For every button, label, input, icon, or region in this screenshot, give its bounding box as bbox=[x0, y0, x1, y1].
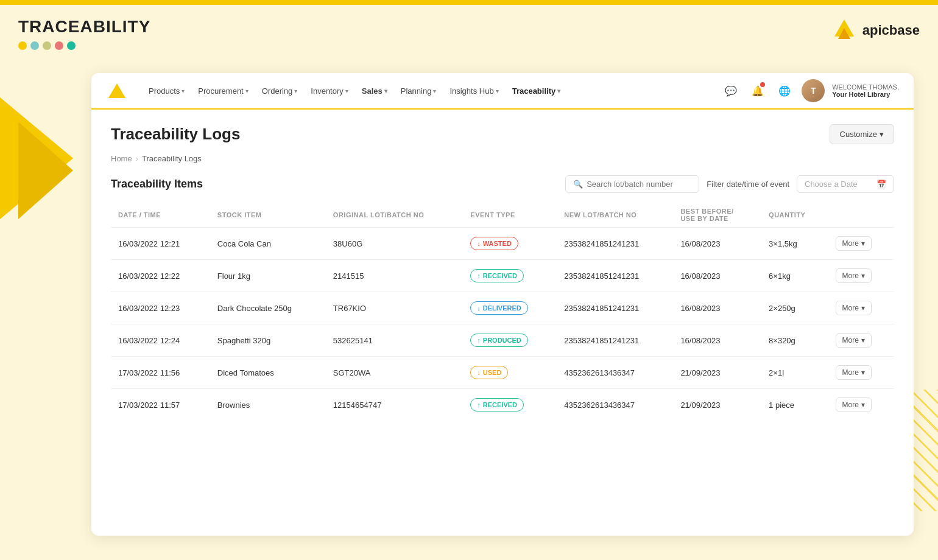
more-button[interactable]: More ▾ bbox=[836, 397, 872, 412]
sidebar-item-traceability[interactable]: Traceability ▾ bbox=[506, 83, 567, 99]
chat-button[interactable]: 💬 bbox=[721, 81, 741, 100]
avatar-image: T bbox=[802, 79, 825, 102]
chevron-down-icon: ▾ bbox=[861, 304, 865, 312]
more-button[interactable]: More ▾ bbox=[836, 333, 872, 348]
welcome-suffix: Your Hotel Library bbox=[832, 91, 899, 98]
nav-actions: 💬 🔔 🌐 T WELCOME THOMAS, Your Hotel Libra… bbox=[721, 79, 899, 102]
cell-original-lot: 12154654747 bbox=[326, 389, 463, 421]
date-placeholder-text: Choose a Date bbox=[805, 180, 873, 189]
cell-best-before: 16/08/2023 bbox=[673, 292, 761, 324]
cell-best-before: 16/08/2023 bbox=[673, 260, 761, 292]
table-row: 16/03/2022 12:21 Coca Cola Can 38U60G ↓ … bbox=[111, 228, 894, 260]
cell-new-lot: 4352362613436347 bbox=[557, 389, 673, 421]
cell-quantity: 2×1l bbox=[761, 357, 828, 389]
navbar: Products ▾ Procurement ▾ Ordering ▾ Inve… bbox=[91, 73, 914, 110]
more-button[interactable]: More ▾ bbox=[836, 236, 872, 251]
chevron-down-icon: ▾ bbox=[182, 88, 185, 94]
cell-original-lot: TR67KIO bbox=[326, 292, 463, 324]
sidebar-item-products[interactable]: Products ▾ bbox=[143, 83, 191, 99]
more-button[interactable]: More ▾ bbox=[836, 268, 872, 283]
status-badge: ↑ RECEIVED bbox=[470, 269, 524, 282]
customize-button[interactable]: Customize ▾ bbox=[830, 124, 894, 144]
filter-label: Filter date/time of event bbox=[707, 180, 789, 189]
date-filter[interactable]: Choose a Date 📅 bbox=[797, 175, 894, 193]
settings-button[interactable]: 🌐 bbox=[775, 81, 794, 100]
event-arrow-icon: ↓ bbox=[477, 240, 481, 247]
chevron-down-icon: ▾ bbox=[384, 88, 387, 94]
search-input[interactable] bbox=[587, 180, 691, 189]
sidebar-item-insights-hub[interactable]: Insights Hub ▾ bbox=[443, 83, 504, 99]
event-arrow-icon: ↓ bbox=[477, 369, 481, 376]
table-header: DATE / TIME STOCK ITEM ORIGINAL LOT/BATC… bbox=[111, 203, 894, 228]
main-card: Products ▾ Procurement ▾ Ordering ▾ Inve… bbox=[91, 73, 914, 536]
cell-new-lot: 4352362613436347 bbox=[557, 357, 673, 389]
status-badge: ↓ DELIVERED bbox=[470, 301, 527, 315]
chevron-down-icon: ▾ bbox=[861, 239, 865, 248]
event-arrow-icon: ↑ bbox=[477, 337, 481, 344]
cell-more: More ▾ bbox=[828, 228, 894, 260]
chevron-down-icon: ▾ bbox=[345, 88, 348, 94]
sidebar-item-ordering[interactable]: Ordering ▾ bbox=[256, 83, 304, 99]
table-row: 17/03/2022 11:57 Brownies 12154654747 ↑ … bbox=[111, 389, 894, 421]
nav-logo[interactable] bbox=[106, 80, 128, 102]
more-button[interactable]: More ▾ bbox=[836, 365, 872, 380]
chevron-down-icon: ▾ bbox=[861, 368, 865, 377]
cell-event-type: ↓ WASTED bbox=[463, 228, 557, 260]
cell-event-type: ↓ DELIVERED bbox=[463, 292, 557, 324]
status-badge: ↑ PRODUCED bbox=[470, 334, 527, 347]
nav-links: Products ▾ Procurement ▾ Ordering ▾ Inve… bbox=[143, 83, 721, 99]
cell-datetime: 16/03/2022 12:23 bbox=[111, 292, 210, 324]
cell-more: More ▾ bbox=[828, 292, 894, 324]
dot-teal bbox=[30, 41, 39, 50]
chevron-down-icon: ▾ bbox=[245, 88, 249, 94]
cell-stock-item: Brownies bbox=[210, 389, 326, 421]
nav-logo-icon bbox=[108, 83, 125, 98]
page-header: Traceability Logs Customize ▾ bbox=[91, 110, 914, 154]
cell-best-before: 16/08/2023 bbox=[673, 228, 761, 260]
dot-green bbox=[67, 41, 76, 50]
cell-event-type: ↓ USED bbox=[463, 357, 557, 389]
table-title: Traceability Items bbox=[111, 178, 203, 191]
cell-original-lot: 2141515 bbox=[326, 260, 463, 292]
chevron-down-icon: ▾ bbox=[557, 88, 560, 94]
chevron-down-icon: ▾ bbox=[880, 130, 884, 139]
app-title: TRACEABILITY bbox=[18, 17, 150, 37]
cell-stock-item: Dark Chocolate 250g bbox=[210, 292, 326, 324]
welcome-text-block: WELCOME THOMAS, Your Hotel Library bbox=[832, 83, 899, 98]
cell-original-lot: SGT20WA bbox=[326, 357, 463, 389]
chevron-down-icon: ▾ bbox=[496, 88, 499, 94]
sidebar-item-procurement[interactable]: Procurement ▾ bbox=[192, 83, 254, 99]
status-badge: ↓ WASTED bbox=[470, 237, 518, 250]
notifications-button[interactable]: 🔔 bbox=[748, 81, 767, 100]
cell-more: More ▾ bbox=[828, 389, 894, 421]
top-bar bbox=[0, 0, 938, 5]
chevron-down-icon: ▾ bbox=[861, 336, 865, 345]
cell-new-lot: 23538241851241231 bbox=[557, 324, 673, 357]
bg-triangle2-decoration bbox=[18, 122, 73, 219]
cell-event-type: ↑ PRODUCED bbox=[463, 324, 557, 357]
cell-datetime: 16/03/2022 12:22 bbox=[111, 260, 210, 292]
cell-stock-item: Spaghetti 320g bbox=[210, 324, 326, 357]
table-filters: 🔍 Filter date/time of event Choose a Dat… bbox=[565, 175, 894, 193]
cell-quantity: 6×1kg bbox=[761, 260, 828, 292]
cell-quantity: 2×250g bbox=[761, 292, 828, 324]
cell-datetime: 16/03/2022 12:24 bbox=[111, 324, 210, 357]
col-best-before: BEST BEFORE/USE BY DATE bbox=[673, 203, 761, 228]
col-event-type: EVENT TYPE bbox=[463, 203, 557, 228]
breadcrumb-home[interactable]: Home bbox=[111, 154, 132, 163]
color-dots bbox=[18, 41, 150, 50]
sidebar-item-sales[interactable]: Sales ▾ bbox=[356, 83, 393, 99]
cell-stock-item: Coca Cola Can bbox=[210, 228, 326, 260]
sidebar-item-planning[interactable]: Planning ▾ bbox=[395, 83, 443, 99]
col-datetime: DATE / TIME bbox=[111, 203, 210, 228]
dot-olive bbox=[43, 41, 51, 50]
chevron-down-icon: ▾ bbox=[294, 88, 297, 94]
event-arrow-icon: ↓ bbox=[477, 304, 481, 312]
sidebar-item-inventory[interactable]: Inventory ▾ bbox=[305, 83, 354, 99]
page-title: Traceability Logs bbox=[111, 125, 240, 144]
dot-yellow bbox=[18, 41, 27, 50]
more-button[interactable]: More ▾ bbox=[836, 301, 872, 315]
cell-best-before: 21/09/2023 bbox=[673, 357, 761, 389]
cell-more: More ▾ bbox=[828, 357, 894, 389]
avatar[interactable]: T bbox=[802, 79, 825, 102]
